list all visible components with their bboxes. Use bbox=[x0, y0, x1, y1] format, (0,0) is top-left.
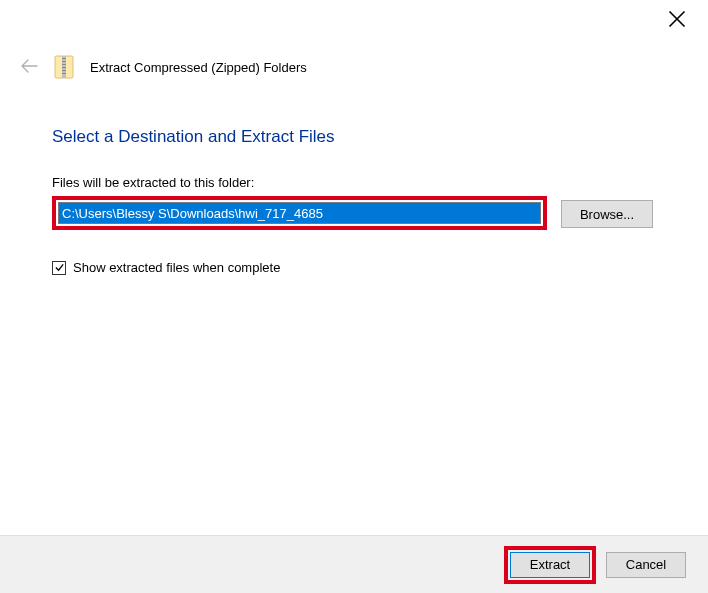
path-input-highlight bbox=[52, 196, 547, 230]
svg-rect-4 bbox=[62, 64, 66, 65]
svg-rect-3 bbox=[62, 61, 66, 62]
close-icon bbox=[668, 10, 686, 28]
path-row: Browse... bbox=[52, 196, 660, 230]
back-arrow-icon bbox=[20, 57, 38, 78]
svg-rect-2 bbox=[62, 58, 66, 59]
svg-rect-7 bbox=[62, 73, 66, 74]
close-button[interactable] bbox=[668, 10, 686, 28]
show-files-checkbox[interactable] bbox=[52, 261, 66, 275]
wizard-title: Extract Compressed (Zipped) Folders bbox=[90, 60, 307, 75]
wizard-header: Extract Compressed (Zipped) Folders bbox=[0, 45, 708, 79]
destination-path-input[interactable] bbox=[58, 202, 541, 224]
cancel-button[interactable]: Cancel bbox=[606, 552, 686, 578]
extract-button[interactable]: Extract bbox=[510, 552, 590, 578]
checkmark-icon bbox=[54, 262, 65, 273]
page-heading: Select a Destination and Extract Files bbox=[52, 127, 660, 147]
svg-rect-5 bbox=[62, 67, 66, 68]
dialog-footer: Extract Cancel bbox=[0, 535, 708, 593]
content-area: Select a Destination and Extract Files F… bbox=[0, 79, 708, 275]
path-label: Files will be extracted to this folder: bbox=[52, 175, 660, 190]
extract-button-highlight: Extract bbox=[504, 546, 596, 584]
zip-folder-icon bbox=[54, 55, 74, 79]
show-files-option[interactable]: Show extracted files when complete bbox=[52, 260, 660, 275]
title-bar bbox=[0, 0, 708, 45]
show-files-label: Show extracted files when complete bbox=[73, 260, 280, 275]
svg-rect-6 bbox=[62, 70, 66, 71]
browse-button[interactable]: Browse... bbox=[561, 200, 653, 228]
